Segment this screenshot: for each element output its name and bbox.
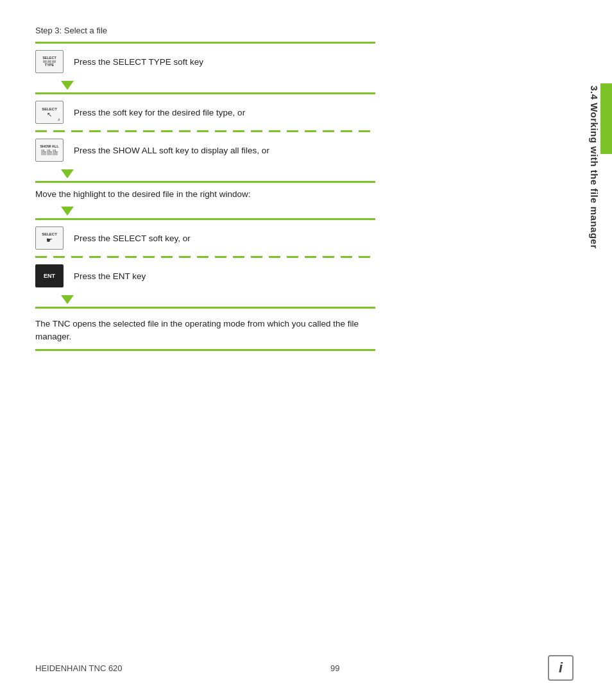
row-ent: ENT Press the ENT key — [35, 258, 375, 294]
key-label-type: TYPE — [45, 63, 54, 67]
show-all-doc-icon — [41, 149, 58, 155]
ent-key-icon: ENT — [35, 264, 64, 287]
bottom-text: The TNC opens the selected file in the o… — [35, 318, 375, 344]
arrow-down-icon-1 — [61, 81, 74, 90]
doc-icon-2 — [47, 149, 52, 155]
show-all-key-icon: SHOW ALL — [35, 139, 64, 162]
row-3-text: Press the SHOW ALL soft key to display a… — [74, 146, 375, 155]
info-icon: i — [548, 655, 574, 681]
arrow-1 — [35, 80, 375, 92]
select-key-icon: SELECT ☛ — [35, 226, 64, 250]
footer-brand: HEIDENHAIN TNC 620 — [35, 663, 123, 673]
row-select-filetype: SELECT ↖ .i Press the soft key for the d… — [35, 94, 375, 130]
row-select-type: SELECT TYPE Press the SELECT TYPE soft k… — [35, 44, 375, 80]
cursor-icon: ↖ — [47, 111, 52, 118]
show-all-top-label: SHOW ALL — [40, 145, 58, 149]
select-i-key-icon: SELECT ↖ .i — [35, 101, 64, 124]
main-content: Step 3: Select a file SELECT TYPE Press … — [35, 26, 375, 351]
row-2-text: Press the soft key for the desired file … — [74, 108, 375, 117]
doc-icon-1 — [41, 149, 46, 155]
row-4-text: Press the SELECT soft key, or — [74, 234, 375, 243]
green-line-5 — [35, 349, 375, 351]
arrow-3 — [35, 205, 375, 218]
arrow-down-icon-2 — [61, 169, 74, 178]
select-type-key-icon: SELECT TYPE — [35, 50, 64, 73]
hand-icon: ☛ — [46, 236, 53, 244]
sidebar-rotated-text-container: 3.4 Working with the file manager — [577, 38, 612, 295]
move-highlight-text: Move the highlight to the desired file i… — [35, 189, 375, 199]
green-line-2 — [35, 181, 375, 183]
footer-page-number: 99 — [330, 663, 339, 673]
arrow-2 — [35, 168, 375, 181]
gap-1 — [35, 309, 375, 312]
arrow-down-icon-4 — [61, 295, 74, 304]
arrow-4 — [35, 294, 375, 307]
row-5-text: Press the ENT key — [74, 271, 375, 281]
doc-icon-3 — [53, 149, 58, 155]
sidebar-chapter-title: 3.4 Working with the file manager — [589, 85, 600, 249]
row-show-all: SHOW ALL Press the SHOW ALL soft key to … — [35, 132, 375, 168]
footer: HEIDENHAIN TNC 620 99 i — [35, 655, 574, 681]
arrow-down-icon-3 — [61, 207, 74, 216]
row-select-softkey: SELECT ☛ Press the SELECT soft key, or — [35, 220, 375, 256]
right-sidebar: 3.4 Working with the file manager — [577, 0, 612, 700]
row-1-text: Press the SELECT TYPE soft key — [74, 57, 375, 67]
dot-i-label: .i — [58, 117, 60, 121]
step-title: Step 3: Select a file — [35, 26, 375, 35]
